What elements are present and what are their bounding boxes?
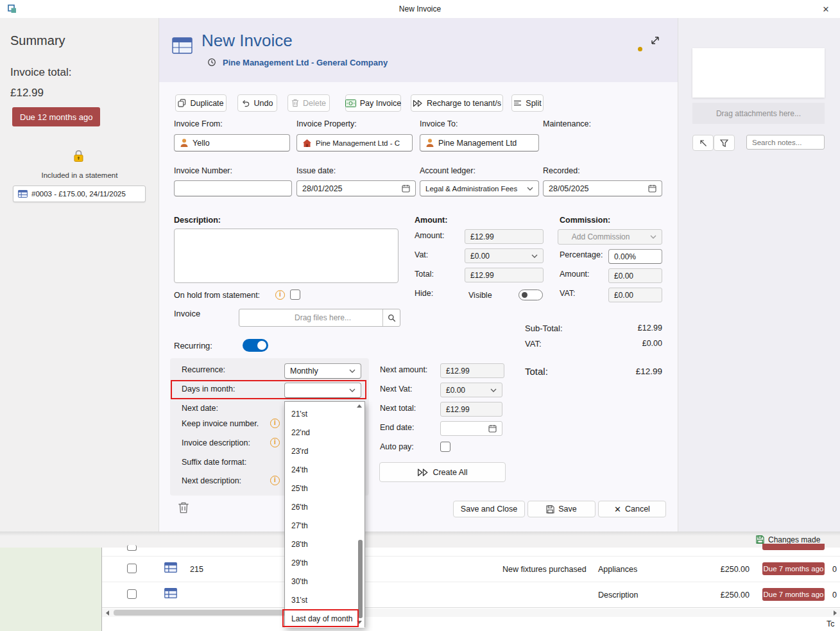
- trash-icon[interactable]: [178, 501, 189, 514]
- search-files-button[interactable]: [382, 309, 400, 326]
- dropdown-item[interactable]: 27'th: [285, 516, 364, 535]
- attachments-drop-zone[interactable]: Drag attachments here...: [692, 103, 825, 124]
- invoice-total-label: Invoice total:: [10, 66, 71, 79]
- duplicate-button[interactable]: Duplicate: [175, 94, 227, 112]
- chevron-down-icon: [490, 388, 497, 392]
- on-hold-checkbox[interactable]: [290, 290, 300, 300]
- commission-amount-input[interactable]: £0.00: [608, 268, 662, 283]
- window-title: New Invoice: [0, 4, 840, 13]
- dropdown-item[interactable]: 30'th: [285, 572, 364, 591]
- new-invoice-window: New Invoice ✕ Summary Invoice total: £12…: [0, 0, 840, 631]
- commission-vat-input[interactable]: £0.00: [608, 288, 662, 302]
- end-date-label: End date:: [380, 423, 415, 432]
- invoice-from-picker[interactable]: Yello: [174, 134, 290, 151]
- split-button[interactable]: Split: [511, 94, 544, 112]
- next-total-input[interactable]: £12.99: [440, 402, 502, 417]
- drag-attachments-hint: Drag attachments here...: [716, 109, 801, 118]
- create-all-button[interactable]: Create All: [379, 462, 506, 482]
- invoice-total-value: £12.99: [10, 87, 44, 99]
- recurring-toggle[interactable]: [243, 339, 268, 352]
- issue-date-input[interactable]: 28/01/2025: [296, 180, 416, 196]
- recorded-date-value: 28/05/2025: [549, 184, 589, 193]
- invoice-property-picker[interactable]: Pine Management Ltd - C: [296, 134, 413, 151]
- vat-input[interactable]: £0.00: [465, 248, 544, 263]
- end-date-input[interactable]: [440, 421, 502, 436]
- clipped-corner-text: Tc: [827, 619, 835, 628]
- invoice-table-icon: [18, 190, 28, 198]
- suffix-date-format-label: Suffix date format:: [182, 458, 246, 467]
- dropdown-item[interactable]: 26'th: [285, 497, 364, 516]
- expand-icon[interactable]: [649, 35, 661, 46]
- invoice-header-icon: [172, 37, 193, 54]
- search-notes-input[interactable]: [746, 135, 825, 150]
- pay-invoice-button[interactable]: Pay Invoice: [345, 94, 401, 112]
- auto-pay-checkbox[interactable]: [440, 442, 450, 452]
- scroll-left-arrow-icon[interactable]: [106, 610, 109, 616]
- description-textarea[interactable]: [174, 229, 399, 283]
- close-icon[interactable]: ✕: [816, 2, 836, 16]
- duplicate-label: Duplicate: [190, 99, 223, 108]
- invoice-drop-zone[interactable]: Drag files here...: [239, 309, 400, 327]
- dropdown-item[interactable]: 22'nd: [285, 423, 364, 442]
- dropdown-item[interactable]: 31'st: [285, 591, 364, 609]
- commission-vat-value: £0.00: [614, 291, 633, 300]
- hide-toggle[interactable]: [519, 290, 543, 300]
- next-amount-input[interactable]: £12.99: [440, 363, 504, 378]
- select-arrow-button[interactable]: [692, 135, 714, 151]
- row-checkbox[interactable]: [127, 589, 137, 599]
- dropdown-item[interactable]: 24'th: [285, 460, 364, 479]
- summary-panel: Summary Invoice total: £12.99 Due 12 mon…: [0, 18, 159, 532]
- delete-button[interactable]: Delete: [287, 94, 330, 112]
- dropdown-item[interactable]: 28'th: [285, 535, 364, 553]
- save-button[interactable]: Save: [527, 501, 596, 517]
- next-vat-input[interactable]: £0.00: [440, 383, 502, 397]
- filter-button[interactable]: [714, 135, 735, 151]
- dropdown-item[interactable]: 29'th: [285, 553, 364, 572]
- dropdown-item[interactable]: 21'st: [285, 404, 364, 423]
- dropdown-item-last-day[interactable]: Last day of month: [285, 609, 364, 628]
- horizontal-scrollbar[interactable]: [102, 609, 840, 617]
- split-lines-icon: [513, 99, 522, 107]
- issue-date-label: Issue date:: [296, 166, 336, 175]
- calendar-icon[interactable]: [488, 424, 497, 433]
- account-ledger-select[interactable]: Legal & Administration Fees: [420, 180, 539, 196]
- invoice-to-picker[interactable]: Pine Management Ltd: [420, 134, 539, 151]
- row-checkbox[interactable]: [127, 564, 137, 573]
- scrollbar-thumb[interactable]: [358, 540, 363, 618]
- statement-reference-label: #0003 - £175.00, 24/11/2025: [31, 190, 126, 198]
- percentage-input[interactable]: 0.00%: [608, 249, 662, 264]
- undo-button[interactable]: Undo: [237, 94, 277, 112]
- amount-input[interactable]: £12.99: [465, 229, 544, 244]
- dropdown-item[interactable]: 25'th: [285, 479, 364, 497]
- scroll-right-arrow-icon[interactable]: [834, 610, 837, 616]
- next-total-label: Next total:: [380, 404, 416, 413]
- add-commission-select[interactable]: Add Commission: [558, 229, 662, 245]
- recurrence-select[interactable]: Monthly: [284, 363, 361, 379]
- due-status-badge: Due 7 months ago: [762, 562, 825, 575]
- account-ledger-value: Legal & Administration Fees: [425, 185, 517, 193]
- row-checkbox[interactable]: [127, 545, 137, 551]
- dropdown-item[interactable]: 23'rd: [285, 442, 364, 460]
- totals-vat-value: £0.00: [570, 339, 662, 348]
- total-input[interactable]: £12.99: [465, 268, 544, 282]
- calendar-icon[interactable]: [648, 184, 656, 193]
- statement-reference[interactable]: #0003 - £175.00, 24/11/2025: [13, 186, 146, 202]
- invoice-number-input[interactable]: [174, 180, 292, 196]
- recorded-date-input[interactable]: 28/05/2025: [543, 180, 662, 196]
- recharge-button[interactable]: Recharge to tenant/s: [411, 94, 503, 112]
- cancel-button[interactable]: ✕ Cancel: [598, 501, 666, 517]
- percentage-label: Percentage:: [560, 250, 603, 259]
- sub-total-label: Sub-Total:: [525, 324, 563, 333]
- total-value: £12.99: [470, 271, 494, 280]
- invoice-table-icon: [164, 588, 177, 598]
- calendar-icon[interactable]: [402, 184, 410, 193]
- scroll-up-arrow-icon[interactable]: [357, 404, 362, 408]
- pay-invoice-label: Pay Invoice: [360, 99, 402, 108]
- undo-icon: [242, 99, 250, 107]
- background-divider: [101, 548, 102, 631]
- days-in-month-select[interactable]: [284, 383, 361, 398]
- attachment-preview: [692, 48, 825, 98]
- scroll-down-arrow-icon[interactable]: [357, 621, 362, 624]
- save-and-close-button[interactable]: Save and Close: [453, 501, 525, 517]
- grand-total-label: Total:: [525, 366, 548, 377]
